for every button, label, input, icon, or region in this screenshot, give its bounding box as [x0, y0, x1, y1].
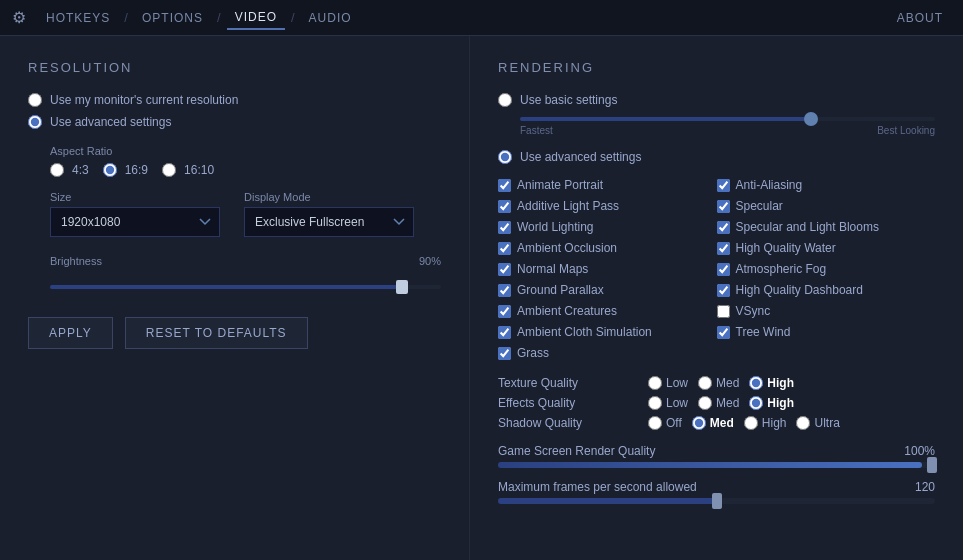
- checkbox-right-5[interactable]: [717, 284, 730, 297]
- effects-high-label[interactable]: High: [767, 396, 794, 410]
- display-mode-label: Display Mode: [244, 191, 414, 203]
- checkbox-right-label-6[interactable]: VSync: [736, 304, 771, 318]
- texture-med-radio[interactable]: [698, 376, 712, 390]
- quality-slider-track[interactable]: [520, 117, 935, 121]
- shadow-ultra-radio[interactable]: [796, 416, 810, 430]
- checkbox-left-label-6[interactable]: Ambient Creatures: [517, 304, 617, 318]
- basic-settings-radio[interactable]: [498, 93, 512, 107]
- checkbox-left-6[interactable]: [498, 305, 511, 318]
- texture-low-radio[interactable]: [648, 376, 662, 390]
- brightness-thumb[interactable]: [396, 280, 408, 294]
- checkbox-right-label-7[interactable]: Tree Wind: [736, 325, 791, 339]
- checkbox-left-3[interactable]: [498, 242, 511, 255]
- effects-low-label[interactable]: Low: [666, 396, 688, 410]
- aspect-169-row: 16:9: [103, 163, 148, 177]
- checkbox-left-label-8[interactable]: Grass: [517, 346, 549, 360]
- checkbox-right-2[interactable]: [717, 221, 730, 234]
- game-render-track[interactable]: [498, 462, 935, 468]
- checkbox-right-7[interactable]: [717, 326, 730, 339]
- shadow-off-label[interactable]: Off: [666, 416, 682, 430]
- checkbox-left-label-0[interactable]: Animate Portrait: [517, 178, 603, 192]
- checkbox-left-2[interactable]: [498, 221, 511, 234]
- shadow-high-radio[interactable]: [744, 416, 758, 430]
- basic-settings-label[interactable]: Use basic settings: [520, 93, 617, 107]
- checkbox-left-5[interactable]: [498, 284, 511, 297]
- effects-high-item: High: [749, 396, 794, 410]
- brightness-slider-container[interactable]: [50, 271, 441, 295]
- checkbox-right-label-5[interactable]: High Quality Dashboard: [736, 283, 863, 297]
- aspect-1610-row: 16:10: [162, 163, 214, 177]
- quality-fastest-label: Fastest: [520, 125, 553, 136]
- checkbox-right-3[interactable]: [717, 242, 730, 255]
- advanced-resolution-row: Use advanced settings: [28, 115, 441, 129]
- checkbox-right-label-2[interactable]: Specular and Light Blooms: [736, 220, 879, 234]
- monitor-resolution-label[interactable]: Use my monitor's current resolution: [50, 93, 238, 107]
- checkbox-right-label-0[interactable]: Anti-Aliasing: [736, 178, 803, 192]
- checkbox-left-label-5[interactable]: Ground Parallax: [517, 283, 604, 297]
- aspect-43-radio[interactable]: [50, 163, 64, 177]
- aspect-43-label[interactable]: 4:3: [72, 163, 89, 177]
- aspect-169-label[interactable]: 16:9: [125, 163, 148, 177]
- checkbox-left-label-1[interactable]: Additive Light Pass: [517, 199, 619, 213]
- nav-audio[interactable]: AUDIO: [301, 7, 360, 29]
- top-nav: ⚙ HOTKEYS / OPTIONS / VIDEO / AUDIO ABOU…: [0, 0, 963, 36]
- shadow-ultra-label[interactable]: Ultra: [814, 416, 839, 430]
- brightness-header: Brightness 90%: [50, 255, 441, 267]
- display-mode-select[interactable]: Exclusive Fullscreen Windowed Borderless: [244, 207, 414, 237]
- advanced-settings-radio[interactable]: [498, 150, 512, 164]
- checkbox-left-0[interactable]: [498, 179, 511, 192]
- checkbox-left-label-2[interactable]: World Lighting: [517, 220, 594, 234]
- aspect-1610-radio[interactable]: [162, 163, 176, 177]
- reset-button[interactable]: RESET TO DEFAULTS: [125, 317, 308, 349]
- quality-slider-thumb[interactable]: [804, 112, 818, 126]
- checkbox-left-1[interactable]: [498, 200, 511, 213]
- size-select[interactable]: 1920x1080 1280x720 2560x1440: [50, 207, 220, 237]
- aspect-1610-label[interactable]: 16:10: [184, 163, 214, 177]
- shadow-med-radio[interactable]: [692, 416, 706, 430]
- aspect-169-radio[interactable]: [103, 163, 117, 177]
- effects-low-radio[interactable]: [648, 396, 662, 410]
- effects-high-radio[interactable]: [749, 396, 763, 410]
- checkbox-right-label-3[interactable]: High Quality Water: [736, 241, 836, 255]
- checkbox-left-label-4[interactable]: Normal Maps: [517, 262, 588, 276]
- advanced-settings-label[interactable]: Use advanced settings: [520, 150, 641, 164]
- checkbox-right-1[interactable]: [717, 200, 730, 213]
- checkbox-right-row-2: Specular and Light Blooms: [717, 220, 936, 234]
- checkbox-left-4[interactable]: [498, 263, 511, 276]
- game-render-thumb[interactable]: [927, 457, 937, 473]
- texture-low-label[interactable]: Low: [666, 376, 688, 390]
- apply-button[interactable]: APPLY: [28, 317, 113, 349]
- texture-med-label[interactable]: Med: [716, 376, 739, 390]
- texture-high-label[interactable]: High: [767, 376, 794, 390]
- monitor-resolution-radio[interactable]: [28, 93, 42, 107]
- effects-med-label[interactable]: Med: [716, 396, 739, 410]
- checkbox-left-label-3[interactable]: Ambient Occlusion: [517, 241, 617, 255]
- shadow-off-radio[interactable]: [648, 416, 662, 430]
- max-frames-track[interactable]: [498, 498, 935, 504]
- texture-high-radio[interactable]: [749, 376, 763, 390]
- aspect-ratio-radios: 4:3 16:9 16:10: [50, 163, 441, 177]
- checkbox-right-label-1[interactable]: Specular: [736, 199, 783, 213]
- nav-hotkeys[interactable]: HOTKEYS: [38, 7, 118, 29]
- checkbox-left-label-7[interactable]: Ambient Cloth Simulation: [517, 325, 652, 339]
- nav-about[interactable]: ABOUT: [889, 7, 951, 29]
- checkbox-left-row-3: Ambient Occlusion: [498, 241, 717, 255]
- advanced-resolution-radio[interactable]: [28, 115, 42, 129]
- shadow-quality-radios: Off Med High Ultra: [648, 416, 840, 430]
- checkbox-left-7[interactable]: [498, 326, 511, 339]
- nav-options[interactable]: OPTIONS: [134, 7, 211, 29]
- checkbox-right-6[interactable]: [717, 305, 730, 318]
- checkbox-right-0[interactable]: [717, 179, 730, 192]
- texture-quality-radios: Low Med High: [648, 376, 794, 390]
- checkbox-right-4[interactable]: [717, 263, 730, 276]
- advanced-resolution-label[interactable]: Use advanced settings: [50, 115, 171, 129]
- shadow-med-label[interactable]: Med: [710, 416, 734, 430]
- checkbox-left-row-2: World Lighting: [498, 220, 717, 234]
- checkbox-right-label-4[interactable]: Atmospheric Fog: [736, 262, 827, 276]
- size-display-row: Size 1920x1080 1280x720 2560x1440 Displa…: [50, 191, 441, 237]
- checkbox-left-8[interactable]: [498, 347, 511, 360]
- max-frames-thumb[interactable]: [712, 493, 722, 509]
- nav-video[interactable]: VIDEO: [227, 6, 285, 30]
- effects-med-radio[interactable]: [698, 396, 712, 410]
- shadow-high-label[interactable]: High: [762, 416, 787, 430]
